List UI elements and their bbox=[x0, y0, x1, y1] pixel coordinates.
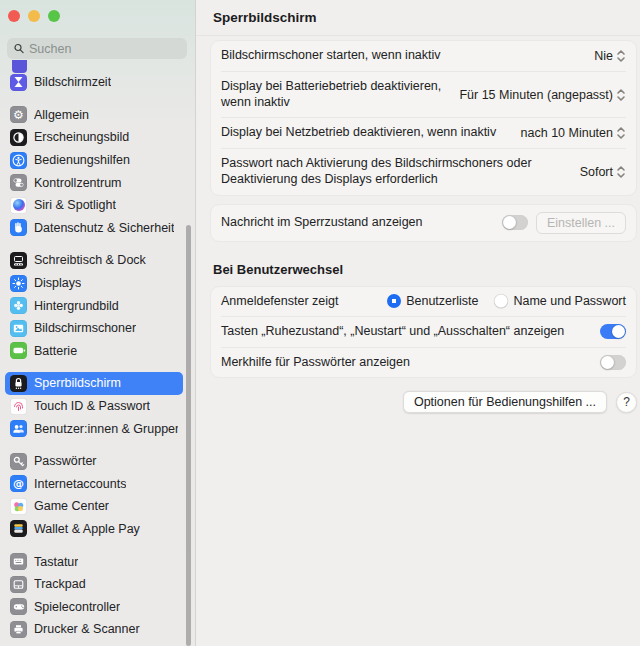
radio-label: Benutzerliste bbox=[406, 294, 478, 308]
close-button[interactable] bbox=[8, 10, 20, 22]
stepper-icon[interactable] bbox=[616, 125, 626, 141]
sidebar-item-label: Kontrollzentrum bbox=[34, 176, 122, 190]
sidebar-item-schreibtisch-dock[interactable]: Schreibtisch & Dock bbox=[5, 249, 183, 272]
zoom-button[interactable] bbox=[48, 10, 60, 22]
internet-accounts-icon: @ bbox=[10, 475, 27, 492]
sidebar-item-sperrbildschirm[interactable]: Sperrbildschirm bbox=[5, 372, 183, 395]
sidebar-item-allgemein[interactable]: ⚙ Allgemein bbox=[5, 104, 183, 127]
row-label: Bildschirmschoner starten, wenn inaktiv bbox=[221, 48, 582, 64]
radio-option-benutzerliste[interactable]: Benutzerliste bbox=[387, 294, 478, 308]
minimize-button[interactable] bbox=[28, 10, 40, 22]
stepper-icon[interactable] bbox=[616, 164, 626, 180]
game-controller-icon bbox=[10, 598, 27, 615]
general-icon: ⚙ bbox=[10, 106, 27, 123]
page-title: Sperrbildschirm bbox=[196, 0, 640, 36]
sidebar-item-label: Hintergrundbild bbox=[34, 299, 119, 313]
system-settings-window: Bildschirmzeit ⚙ Allgemein Erscheinungsb… bbox=[0, 0, 640, 646]
stepper-icon[interactable] bbox=[616, 87, 626, 103]
display-settings-card: Bildschirmschoner starten, wenn inaktiv … bbox=[210, 40, 637, 196]
sidebar-item-label: Erscheinungsbild bbox=[34, 130, 129, 144]
sidebar-item-hintergrundbild[interactable]: Hintergrundbild bbox=[5, 294, 183, 317]
sidebar-item-label: Touch ID & Passwort bbox=[34, 399, 150, 413]
sidebar-item-tastatur[interactable]: Tastatur bbox=[5, 550, 183, 573]
trackpad-icon bbox=[10, 576, 27, 593]
sidebar-item-bildschirmschoner[interactable]: Bildschirmschoner bbox=[5, 317, 183, 340]
sidebar-item-bildschirmzeit[interactable]: Bildschirmzeit bbox=[5, 71, 183, 94]
login-window-radio-group: Benutzerliste Name und Passwort bbox=[387, 294, 626, 308]
siri-icon bbox=[10, 197, 27, 214]
row-value: nach 10 Minuten bbox=[521, 126, 613, 140]
sidebar-item-touch-id-passwort[interactable]: Touch ID & Passwort bbox=[5, 395, 183, 418]
radio-unselected-icon[interactable] bbox=[494, 294, 508, 308]
stepper-icon[interactable] bbox=[616, 48, 626, 64]
display-battery-value-control[interactable]: Für 15 Minuten (angepasst) bbox=[459, 87, 626, 103]
sidebar-item-datenschutz-sicherheit[interactable]: Datenschutz & Sicherheit bbox=[5, 217, 183, 240]
search-icon bbox=[14, 43, 24, 54]
sidebar-item-label: Spielecontroller bbox=[34, 600, 120, 614]
sidebar-item-bedienungshilfen[interactable]: Bedienungshilfen bbox=[5, 149, 183, 172]
footer-actions: Optionen für Bedienungshilfen ... ? bbox=[210, 391, 637, 413]
sidebar-item-internetaccounts[interactable]: @ Internetaccounts bbox=[5, 473, 183, 496]
section-header-user-switch: Bei Benutzerwechsel bbox=[213, 262, 637, 277]
sidebar-scrollbar[interactable] bbox=[186, 225, 191, 646]
accessibility-options-button[interactable]: Optionen für Bedienungshilfen ... bbox=[403, 391, 607, 413]
set-message-button[interactable]: Einstellen ... bbox=[536, 212, 626, 234]
main-panel: Sperrbildschirm Bildschirmschoner starte… bbox=[196, 0, 640, 646]
sidebar-item-label: Displays bbox=[34, 276, 81, 290]
sidebar-item-label: Benutzer:innen & Gruppen bbox=[34, 422, 178, 436]
screensaver-value-control[interactable]: Nie bbox=[594, 48, 626, 64]
sidebar-item-label: Passwörter bbox=[34, 454, 97, 468]
sidebar-item-displays[interactable]: Displays bbox=[5, 272, 183, 295]
privacy-icon bbox=[10, 219, 27, 236]
page-title-text: Sperrbildschirm bbox=[213, 10, 317, 25]
row-label: Display bei Batteriebetrieb deaktivieren… bbox=[221, 79, 447, 110]
search-input[interactable] bbox=[29, 42, 180, 56]
display-power-value-control[interactable]: nach 10 Minuten bbox=[521, 125, 626, 141]
password-hint-toggle[interactable] bbox=[600, 355, 626, 370]
sidebar-item-trackpad[interactable]: Trackpad bbox=[5, 573, 183, 596]
search-field[interactable] bbox=[7, 38, 187, 59]
desktop-dock-icon bbox=[10, 252, 27, 269]
sidebar-item-label: Drucker & Scanner bbox=[34, 622, 140, 636]
user-switch-card: Anmeldefenster zeigt Benutzerliste Name … bbox=[210, 286, 637, 379]
row-label: Passwort nach Aktivierung des Bildschirm… bbox=[221, 156, 568, 187]
sidebar-item-kontrollzentrum[interactable]: Kontrollzentrum bbox=[5, 171, 183, 194]
sidebar-list: Bildschirmzeit ⚙ Allgemein Erscheinungsb… bbox=[5, 71, 183, 641]
settings-row-display-power: Display bei Netzbetrieb deaktivieren, we… bbox=[221, 117, 626, 148]
sidebar-item-erscheinungsbild[interactable]: Erscheinungsbild bbox=[5, 126, 183, 149]
screen-time-icon bbox=[10, 74, 27, 91]
sidebar-item-wallet-apple-pay[interactable]: Wallet & Apple Pay bbox=[5, 518, 183, 541]
wallpaper-icon bbox=[10, 297, 27, 314]
settings-row-power-buttons: Tasten „Ruhezustand“, „Neustart“ und „Au… bbox=[221, 316, 626, 347]
row-value: Sofort bbox=[580, 165, 613, 179]
sidebar-item-label: Siri & Spotlight bbox=[34, 198, 116, 212]
sidebar-item-batterie[interactable]: Batterie bbox=[5, 340, 183, 363]
settings-row-screensaver: Bildschirmschoner starten, wenn inaktiv … bbox=[221, 41, 626, 71]
sidebar-item-label: Bildschirmschoner bbox=[34, 321, 136, 335]
help-button[interactable]: ? bbox=[616, 392, 637, 413]
sidebar-item-siri-spotlight[interactable]: Siri & Spotlight bbox=[5, 194, 183, 217]
password-required-value-control[interactable]: Sofort bbox=[580, 164, 626, 180]
sidebar-item-label: Sperrbildschirm bbox=[34, 376, 121, 390]
battery-icon bbox=[10, 342, 27, 359]
radio-selected-icon[interactable] bbox=[387, 294, 401, 308]
power-buttons-toggle[interactable] bbox=[600, 324, 626, 339]
sidebar-item-passwoerter[interactable]: Passwörter bbox=[5, 450, 183, 473]
sidebar-item-drucker-scanner[interactable]: Drucker & Scanner bbox=[5, 618, 183, 641]
sidebar-item-game-center[interactable]: Game Center bbox=[5, 495, 183, 518]
lock-message-card: Nachricht im Sperrzustand anzeigen Einst… bbox=[210, 204, 637, 242]
sidebar-item-spielecontroller[interactable]: Spielecontroller bbox=[5, 595, 183, 618]
radio-option-name-passwort[interactable]: Name und Passwort bbox=[494, 294, 626, 308]
sidebar-item-benutzer-gruppen[interactable]: Benutzer:innen & Gruppen bbox=[5, 417, 183, 440]
game-center-icon bbox=[10, 498, 27, 515]
row-label: Nachricht im Sperrzustand anzeigen bbox=[221, 215, 490, 231]
displays-icon bbox=[10, 275, 27, 292]
settings-row-lock-message: Nachricht im Sperrzustand anzeigen Einst… bbox=[221, 205, 626, 241]
lock-screen-icon bbox=[10, 375, 27, 392]
lock-message-toggle[interactable] bbox=[502, 215, 528, 230]
control-center-icon bbox=[10, 174, 27, 191]
printers-icon bbox=[10, 621, 27, 638]
sidebar-item-label: Batterie bbox=[34, 344, 77, 358]
main-content: Bildschirmschoner starten, wenn inaktiv … bbox=[196, 36, 640, 413]
users-groups-icon bbox=[10, 420, 27, 437]
